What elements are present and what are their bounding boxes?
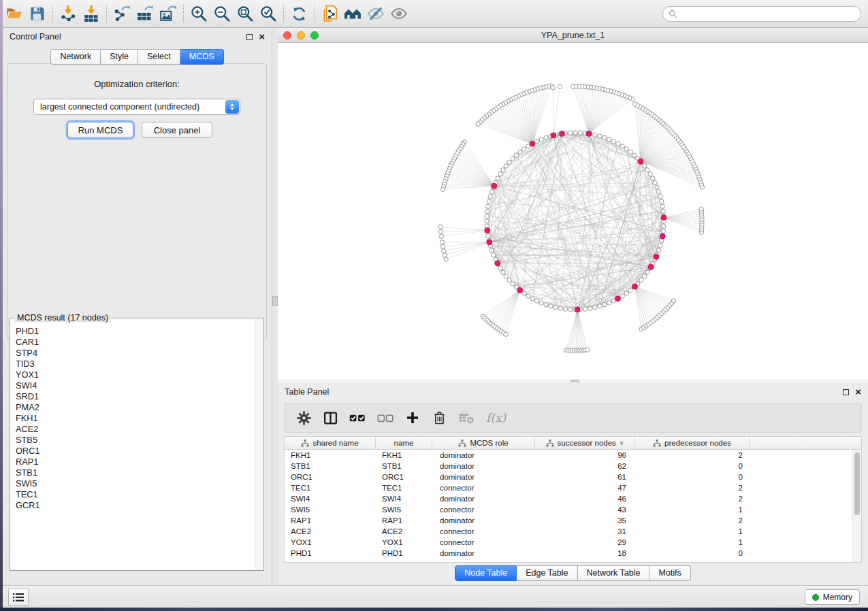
table-row[interactable]: RAP1RAP1dominator352 bbox=[285, 515, 852, 526]
table-cell: 46 bbox=[535, 495, 635, 503]
table-panel-title: Table Panel bbox=[285, 387, 329, 397]
splitter-handle-icon[interactable] bbox=[272, 296, 278, 306]
delete-table-button[interactable] bbox=[458, 410, 475, 426]
float-window-icon[interactable] bbox=[246, 34, 253, 40]
search-field[interactable] bbox=[662, 6, 861, 22]
tab-edge-table[interactable]: Edge Table bbox=[517, 565, 577, 581]
mcds-result-item[interactable]: YOX1 bbox=[16, 369, 255, 380]
mcds-result-box: MCDS result (17 nodes) PHD1CAR1STP4TID3Y… bbox=[10, 318, 264, 571]
tab-motifs[interactable]: Motifs bbox=[649, 565, 690, 581]
deselect-all-button[interactable] bbox=[377, 410, 393, 426]
mcds-result-item[interactable]: TEC1 bbox=[16, 489, 255, 500]
network-hscroll-thumb[interactable] bbox=[570, 380, 579, 382]
mcds-result-item[interactable]: STP4 bbox=[16, 348, 255, 359]
select-all-button[interactable] bbox=[349, 410, 366, 426]
column-header-shared-name[interactable]: shared name bbox=[285, 437, 376, 449]
mcds-result-item[interactable]: TID3 bbox=[16, 359, 255, 369]
panel-splitter[interactable] bbox=[272, 28, 278, 585]
refresh-button[interactable] bbox=[287, 3, 310, 24]
column-label: successor nodes bbox=[558, 439, 616, 447]
export-table-button[interactable] bbox=[133, 3, 157, 24]
table-vscrollbar[interactable] bbox=[852, 450, 861, 562]
export-image-button[interactable] bbox=[157, 3, 180, 24]
mcds-result-item[interactable]: SWI5 bbox=[16, 478, 255, 489]
mcds-result-item[interactable]: PHD1 bbox=[16, 326, 255, 337]
zoom-in-button[interactable] bbox=[187, 3, 210, 24]
column-label: predecessor nodes bbox=[664, 439, 731, 447]
show-all-button[interactable] bbox=[387, 3, 411, 24]
toolbar-separator bbox=[52, 5, 53, 22]
mcds-result-title: MCDS result (17 nodes) bbox=[14, 313, 111, 323]
save-session-button[interactable] bbox=[26, 3, 49, 24]
mcds-result-item[interactable]: PMA2 bbox=[16, 402, 255, 413]
add-column-button[interactable] bbox=[405, 410, 420, 426]
table-row[interactable]: TEC1TEC1connector472 bbox=[285, 482, 852, 493]
function-builder-button[interactable]: f(x) bbox=[486, 410, 506, 426]
column-header-name[interactable]: name bbox=[376, 437, 432, 449]
tab-select[interactable]: Select bbox=[138, 49, 180, 65]
zoom-selected-button[interactable] bbox=[257, 3, 280, 24]
close-panel-icon[interactable]: × bbox=[259, 33, 265, 40]
table-cell: 18 bbox=[535, 549, 635, 557]
mcds-result-item[interactable]: STB1 bbox=[16, 467, 255, 478]
column-header-mcds-role[interactable]: MCDS role bbox=[432, 437, 535, 449]
zoom-in-icon bbox=[190, 5, 208, 22]
table-row[interactable]: STB1STB1dominator620 bbox=[285, 461, 852, 472]
mcds-result-item[interactable]: GCR1 bbox=[16, 500, 255, 511]
task-history-button[interactable] bbox=[8, 589, 29, 606]
clone-network-button[interactable] bbox=[318, 3, 341, 24]
memory-button[interactable]: Memory bbox=[805, 589, 860, 605]
table-vscroll-thumb[interactable] bbox=[854, 452, 860, 515]
tab-node-table[interactable]: Node Table bbox=[455, 565, 517, 581]
hide-selected-button[interactable] bbox=[364, 3, 387, 24]
mcds-result-item[interactable]: STB5 bbox=[16, 435, 255, 446]
zoom-out-button[interactable] bbox=[210, 3, 234, 24]
split-columns-button[interactable] bbox=[323, 410, 338, 426]
open-session-button[interactable] bbox=[3, 3, 26, 24]
close-panel-icon[interactable]: × bbox=[855, 389, 861, 395]
first-neighbors-button[interactable] bbox=[341, 3, 364, 24]
network-canvas[interactable] bbox=[278, 43, 868, 379]
table-row[interactable]: SWI5SWI5connector431 bbox=[285, 504, 852, 515]
mcds-result-item[interactable]: SWI4 bbox=[16, 380, 255, 391]
mcds-result-item[interactable]: ACE2 bbox=[16, 424, 255, 435]
float-window-icon[interactable] bbox=[843, 389, 849, 395]
table-row[interactable]: ACE2ACE2connector311 bbox=[285, 526, 852, 537]
memory-label: Memory bbox=[823, 593, 852, 602]
export-network-button[interactable] bbox=[110, 3, 133, 24]
mcds-result-item[interactable]: SRD1 bbox=[16, 391, 255, 402]
run-mcds-button[interactable]: Run MCDS bbox=[67, 122, 133, 138]
mcds-list-scrollbar[interactable] bbox=[255, 319, 263, 569]
network-canvas-svg bbox=[278, 43, 868, 379]
zoom-fit-button[interactable] bbox=[234, 3, 257, 24]
mcds-result-item[interactable]: ORC1 bbox=[16, 446, 255, 457]
close-panel-button[interactable]: Close panel bbox=[142, 122, 212, 138]
mcds-result-item[interactable]: FKH1 bbox=[16, 413, 255, 424]
gear-button[interactable] bbox=[296, 410, 311, 426]
table-cell: 31 bbox=[535, 527, 635, 535]
column-header-predecessor-nodes[interactable]: predecessor nodes bbox=[635, 437, 750, 449]
tab-network-table[interactable]: Network Table bbox=[578, 565, 650, 581]
import-table-button[interactable] bbox=[80, 3, 103, 24]
table-row[interactable]: PHD1PHD1dominator180 bbox=[285, 548, 852, 559]
toolbar-separator bbox=[314, 5, 315, 22]
tab-style[interactable]: Style bbox=[101, 49, 138, 65]
optimization-criterion-select[interactable]: largest connected component (undirected) bbox=[33, 99, 240, 115]
table-row[interactable]: ORC1ORC1dominator610 bbox=[285, 472, 852, 482]
tab-mcds[interactable]: MCDS bbox=[180, 49, 224, 65]
column-header-successor-nodes[interactable]: successor nodes ∨ bbox=[535, 437, 635, 449]
export-table-icon bbox=[136, 5, 154, 22]
sort-descending-icon[interactable]: ∨ bbox=[620, 440, 624, 446]
search-input[interactable] bbox=[681, 9, 861, 18]
table-row[interactable]: FKH1FKH1dominator962 bbox=[285, 450, 852, 461]
mcds-result-list[interactable]: PHD1CAR1STP4TID3YOX1SWI4SRD1PMA2FKH1ACE2… bbox=[11, 324, 255, 569]
mcds-result-item[interactable]: RAP1 bbox=[16, 457, 255, 467]
delete-column-button[interactable] bbox=[432, 410, 447, 426]
mcds-result-item[interactable]: CAR1 bbox=[16, 337, 255, 348]
table-cell: STB1 bbox=[376, 462, 432, 470]
import-network-button[interactable] bbox=[57, 3, 80, 24]
table-row[interactable]: YOX1YOX1connector291 bbox=[285, 537, 852, 548]
tab-network[interactable]: Network bbox=[50, 49, 101, 65]
table-row[interactable]: SWI4SWI4dominator462 bbox=[285, 493, 852, 504]
column-label: shared name bbox=[312, 439, 358, 447]
